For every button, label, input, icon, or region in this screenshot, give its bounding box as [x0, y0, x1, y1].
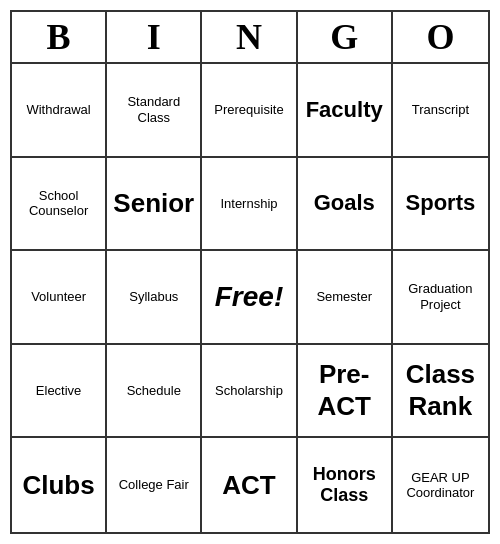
bingo-cell-7[interactable]: Internship	[202, 158, 297, 252]
bingo-grid: WithdrawalStandard ClassPrerequisiteFacu…	[12, 64, 488, 532]
bingo-cell-3[interactable]: Faculty	[298, 64, 393, 158]
bingo-cell-1[interactable]: Standard Class	[107, 64, 202, 158]
bingo-cell-0[interactable]: Withdrawal	[12, 64, 107, 158]
header-letter-n: N	[202, 12, 297, 62]
bingo-cell-19[interactable]: Class Rank	[393, 345, 488, 439]
header-letter-o: O	[393, 12, 488, 62]
bingo-cell-6[interactable]: Senior	[107, 158, 202, 252]
bingo-cell-2[interactable]: Prerequisite	[202, 64, 297, 158]
bingo-cell-10[interactable]: Volunteer	[12, 251, 107, 345]
bingo-cell-5[interactable]: School Counselor	[12, 158, 107, 252]
bingo-cell-21[interactable]: College Fair	[107, 438, 202, 532]
bingo-cell-13[interactable]: Semester	[298, 251, 393, 345]
bingo-cell-4[interactable]: Transcript	[393, 64, 488, 158]
bingo-cell-20[interactable]: Clubs	[12, 438, 107, 532]
bingo-cell-8[interactable]: Goals	[298, 158, 393, 252]
bingo-cell-23[interactable]: Honors Class	[298, 438, 393, 532]
header-letter-g: G	[298, 12, 393, 62]
bingo-cell-9[interactable]: Sports	[393, 158, 488, 252]
bingo-cell-22[interactable]: ACT	[202, 438, 297, 532]
bingo-cell-18[interactable]: Pre-ACT	[298, 345, 393, 439]
bingo-cell-14[interactable]: Graduation Project	[393, 251, 488, 345]
bingo-cell-11[interactable]: Syllabus	[107, 251, 202, 345]
bingo-cell-16[interactable]: Schedule	[107, 345, 202, 439]
bingo-cell-17[interactable]: Scholarship	[202, 345, 297, 439]
bingo-card: BINGO WithdrawalStandard ClassPrerequisi…	[10, 10, 490, 534]
bingo-cell-15[interactable]: Elective	[12, 345, 107, 439]
header-letter-i: I	[107, 12, 202, 62]
bingo-cell-24[interactable]: GEAR UP Coordinator	[393, 438, 488, 532]
bingo-header: BINGO	[12, 12, 488, 64]
header-letter-b: B	[12, 12, 107, 62]
bingo-cell-12[interactable]: Free!	[202, 251, 297, 345]
